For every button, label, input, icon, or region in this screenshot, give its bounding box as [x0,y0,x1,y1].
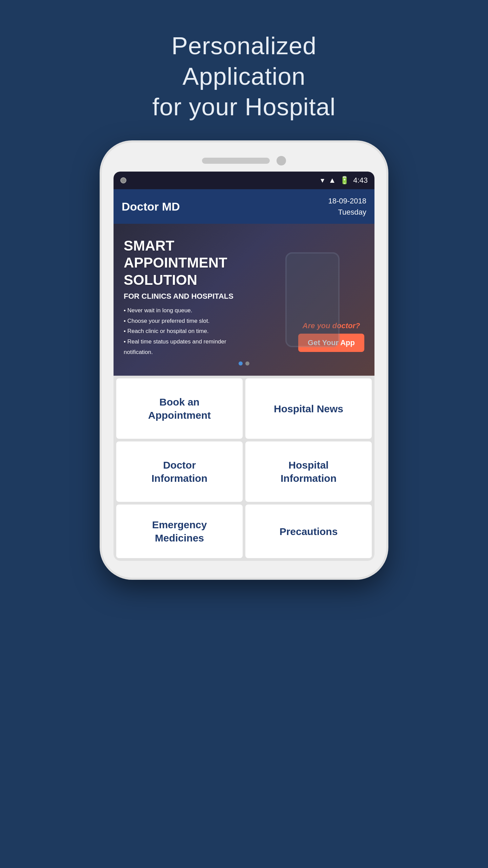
app-title: Doctor MD [122,200,180,213]
menu-item-hospital-news[interactable]: Hospital News [245,378,372,439]
phone-wrapper: ▾ ▲ 🔋 4:43 Doctor MD 18-09-2018 Tuesday … [102,142,386,578]
bullet-2: Choose your preferred time slot. [124,316,256,327]
menu-item-doctor-information[interactable]: DoctorInformation [116,441,243,502]
status-bar: ▾ ▲ 🔋 4:43 [114,172,374,189]
menu-grid: Book anAppointment Hospital News DoctorI… [114,376,374,561]
banner-phone-mockup [254,224,371,376]
dot-2[interactable] [245,361,249,366]
dot-1[interactable] [239,361,243,366]
phone-screen: ▾ ▲ 🔋 4:43 Doctor MD 18-09-2018 Tuesday … [114,172,374,561]
banner: SMART APPOINTMENT SOLUTION FOR CLINICS A… [114,224,374,376]
menu-item-hospital-information[interactable]: HospitalInformation [245,441,372,502]
wifi-icon: ▾ [321,176,324,185]
status-left [120,177,126,183]
app-header: Doctor MD 18-09-2018 Tuesday [114,189,374,224]
menu-item-book-appointment[interactable]: Book anAppointment [116,378,243,439]
phone-camera [277,156,286,165]
bullet-3: Reach clinic or hospital on time. [124,326,256,337]
bullet-4: Real time status updates and reminder no… [124,337,256,357]
banner-subtitle: FOR CLINICS AND HOSPITALS [124,292,256,301]
phone-notch [114,156,374,165]
mockup-phone [285,252,340,347]
menu-item-emergency-medicines[interactable]: EmergencyMedicines [116,505,243,558]
bullet-1: Never wait in long queue. [124,305,256,316]
banner-bullets: Never wait in long queue. Choose your pr… [124,305,256,357]
status-right: ▾ ▲ 🔋 4:43 [321,176,368,185]
battery-icon: 🔋 [340,176,349,185]
status-circle [120,177,126,183]
signal-icon: ▲ [328,176,336,185]
phone-speaker [202,158,270,164]
app-date: 18-09-2018 Tuesday [328,195,366,218]
status-time: 4:43 [353,176,368,185]
banner-title: SMART APPOINTMENT SOLUTION [124,237,256,289]
menu-item-precautions[interactable]: Precautions [245,505,372,558]
page-header: Personalized Application for your Hospit… [92,0,396,142]
